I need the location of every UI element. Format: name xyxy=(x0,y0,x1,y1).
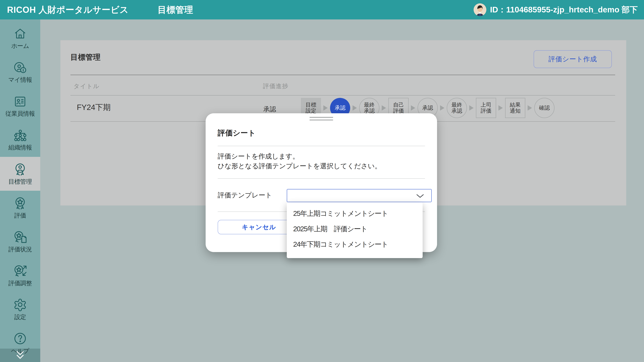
step-todo-5: 最終承認 xyxy=(447,98,467,118)
step-todo-6: 上司評価 xyxy=(476,98,496,118)
user-id-label: ID：1104685955-zjp_hrtech_demo 部下 xyxy=(490,4,638,15)
sidebar-item-org-chart[interactable]: 組織情報 xyxy=(0,123,40,157)
step-arrow-icon xyxy=(467,98,476,118)
sidebar-item-label: マイ情報 xyxy=(8,76,32,84)
modal-title: 評価シート xyxy=(218,128,256,138)
step-label: 目標設定 xyxy=(305,102,316,114)
step-label: 上司評価 xyxy=(480,102,492,114)
page-title: 目標管理 xyxy=(158,0,193,19)
sidebar-item-label: 組織情報 xyxy=(8,143,32,151)
table-header-divider xyxy=(70,95,615,95)
user-avatar xyxy=(474,3,486,16)
step-label: 承認 xyxy=(334,105,346,111)
app-header: RICOH 人財ポータルサービス 目標管理 ID：1104685955-zjp_… xyxy=(0,0,644,19)
modal-divider xyxy=(218,178,425,179)
gear-icon xyxy=(13,298,27,312)
step-arrow-icon xyxy=(525,98,534,118)
employee-card-icon xyxy=(13,95,27,108)
step-todo-8: 確認 xyxy=(534,98,554,118)
sidebar-item-gear[interactable]: 設定 xyxy=(0,292,40,326)
modal-body-line: ひな形となる評価テンプレートを選択してください。 xyxy=(218,161,381,171)
template-select[interactable] xyxy=(287,189,432,202)
chevron-down-icon xyxy=(416,194,424,198)
sidebar-item-label: 設定 xyxy=(14,313,26,321)
step-arrow-icon xyxy=(496,98,505,118)
brand-logo: RICOH 人財ポータルサービス xyxy=(7,0,129,19)
template-dropdown-list: 25年上期コミットメントシート2025年上期 評価シート24年下期コミットメント… xyxy=(287,202,422,258)
sidebar-item-home[interactable]: ホーム xyxy=(0,21,40,55)
column-header-title: タイトル xyxy=(74,82,100,90)
sidebar-item-label: 目標管理 xyxy=(8,177,32,186)
step-label: 自己評価 xyxy=(393,102,404,114)
chevron-down-icon[interactable] xyxy=(16,350,25,362)
modal-body-line: 評価シートを作成します。 xyxy=(218,151,381,161)
template-option-1[interactable]: 2025年上期 評価シート xyxy=(287,221,422,237)
heading-divider xyxy=(70,75,615,75)
sidebar-item-goal-award[interactable]: 目標管理 xyxy=(0,157,40,191)
sidebar-item-label: 評価調整 xyxy=(8,279,32,287)
sidebar-item-label: 評価状況 xyxy=(8,245,32,253)
sidebar-item-award-doc[interactable]: 評価状況 xyxy=(0,225,40,258)
goal-award-icon xyxy=(13,162,27,176)
step-todo-7: 結果通知 xyxy=(505,98,525,118)
award-star-icon xyxy=(13,196,27,210)
sidebar-item-label: ホーム xyxy=(11,42,29,50)
step-label: 最終承認 xyxy=(364,102,375,114)
column-header-progress: 評価進捗 xyxy=(263,82,288,90)
modal-divider xyxy=(218,146,425,146)
user-box[interactable]: ID：1104685955-zjp_hrtech_demo 部下 xyxy=(474,0,638,19)
step-label: 確認 xyxy=(539,105,550,111)
row-status: 承認 xyxy=(263,105,276,114)
award-doc-icon xyxy=(12,230,28,244)
drag-handle-icon[interactable] xyxy=(310,117,333,122)
sidebar-item-award-star[interactable]: 評価 xyxy=(0,191,40,225)
my-info-icon xyxy=(12,61,28,74)
sidebar-items: ホームマイ情報従業員情報組織情報目標管理評価評価状況評価調整設定ヘルプ xyxy=(0,19,40,360)
sidebar-item-award-adjust[interactable]: 評価調整 xyxy=(0,258,40,292)
sidebar-item-label: 評価 xyxy=(14,211,26,219)
sidebar: ホームマイ情報従業員情報組織情報目標管理評価評価状況評価調整設定ヘルプ xyxy=(0,19,40,362)
home-icon xyxy=(13,27,27,40)
create-eval-sheet-button[interactable]: 評価シート作成 xyxy=(534,50,612,68)
step-label: 承認 xyxy=(422,105,433,111)
org-chart-icon xyxy=(12,129,28,142)
template-select-label: 評価テンプレート xyxy=(218,191,272,200)
sidebar-item-my-info[interactable]: マイ情報 xyxy=(0,55,40,89)
sidebar-item-employee-card[interactable]: 従業員情報 xyxy=(0,89,40,123)
template-option-2[interactable]: 24年下期コミットメントシート xyxy=(287,237,422,252)
step-label: 結果通知 xyxy=(510,102,521,114)
help-icon xyxy=(13,331,27,346)
row-title[interactable]: FY24下期 xyxy=(77,102,111,113)
step-label: 最終承認 xyxy=(451,102,462,114)
award-adjust-icon xyxy=(12,264,28,278)
modal-body: 評価シートを作成します。 ひな形となる評価テンプレートを選択してください。 xyxy=(218,151,381,171)
template-option-0[interactable]: 25年上期コミットメントシート xyxy=(287,206,422,221)
card-heading: 目標管理 xyxy=(70,52,100,62)
step-arrow-icon xyxy=(438,98,447,118)
sidebar-item-label: 従業員情報 xyxy=(6,109,35,117)
